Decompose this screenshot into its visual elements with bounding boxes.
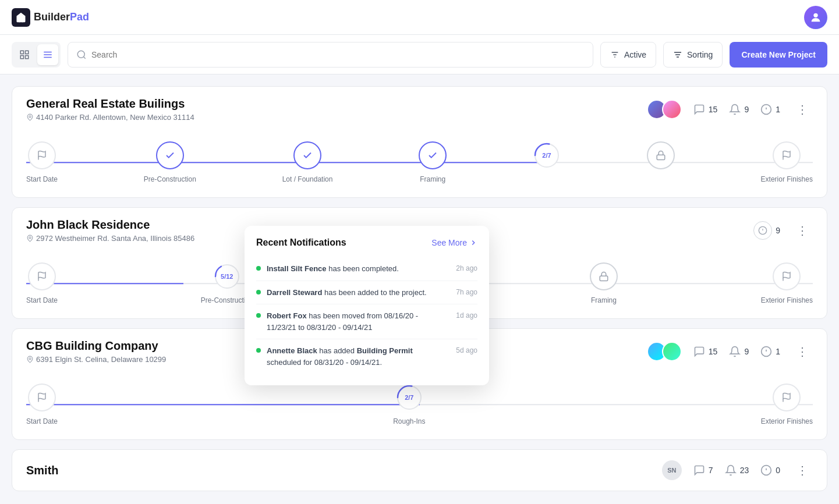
step-in-progress: 2/7 [533, 141, 561, 183]
project-header-right-smith: SN 7 23 0 [662, 460, 813, 480]
step-locked [647, 141, 675, 183]
search-icon [76, 49, 87, 60]
project-info-cbg: CBG Building Company 6391 Elgin St. Celi… [26, 339, 166, 364]
filter-icon [610, 50, 619, 59]
step-start-cbg: Start Date [26, 384, 58, 425]
search-bar [68, 42, 593, 68]
notif-bold-2: Darrell Steward [267, 288, 322, 297]
project-info: General Real Estate Builings 4140 Parker… [26, 97, 194, 122]
step-circle-exterior [773, 141, 801, 169]
svg-point-31 [29, 358, 31, 360]
logo: BuilderPad [12, 8, 89, 27]
flag-icon [37, 150, 47, 161]
notif-text-4b: scheduled for 08/31/20 - 09/14/21. [267, 358, 382, 367]
step-exterior-finishes: Exterior Finishes [761, 141, 813, 183]
alert-circle [753, 221, 772, 240]
search-input[interactable] [91, 50, 585, 59]
step-circle-pre-construction [156, 141, 184, 169]
grid-view-button[interactable] [14, 44, 35, 65]
see-more-button[interactable]: See More [431, 238, 477, 247]
comments-stat-cbg: 15 [693, 346, 718, 357]
svg-point-8 [77, 51, 84, 58]
notification-header: Recent Notifications See More [256, 237, 477, 248]
notif-text-1: has been completed. [328, 264, 399, 273]
alert-icon [758, 226, 767, 235]
step-label-exterior: Exterior Finishes [761, 175, 813, 183]
project-header-smith: Smith SN 7 23 [12, 450, 827, 491]
notif-bold-4: Annette Black [267, 346, 317, 355]
comments-count: 15 [709, 105, 718, 114]
flag-icon [781, 271, 792, 282]
project-info-smith: Smith [26, 464, 59, 477]
alerts-stat: 1 [760, 104, 780, 115]
sorting-button[interactable]: Sorting [663, 42, 723, 68]
progress-text-cbg: 2/7 [405, 394, 413, 401]
location-icon [26, 235, 34, 242]
comment-icon [693, 104, 705, 115]
project-card-general-real-estate: General Real Estate Builings 4140 Parker… [12, 86, 827, 198]
comments-count-cbg: 15 [709, 347, 718, 356]
step-framing: Framing [419, 141, 447, 183]
logo-text: BuilderPad [34, 11, 89, 23]
comments-count-smith: 7 [709, 466, 713, 475]
step-exterior-cbg: Exterior Finishes [761, 384, 813, 425]
project-more-button[interactable]: ⋮ [792, 100, 813, 119]
notification-title: Recent Notifications [256, 237, 346, 248]
project-header-right-john: 9 ⋮ [753, 221, 813, 240]
check-icon [165, 150, 175, 161]
step-label-lot-foundation: Lot / Foundation [282, 175, 333, 183]
notification-dot [256, 290, 261, 294]
project-more-button-smith[interactable]: ⋮ [792, 461, 813, 480]
step-circle-start-john [28, 262, 56, 290]
notif-time-4: 5d ago [449, 345, 477, 368]
notifications-count-cbg: 9 [744, 347, 749, 356]
notification-item-1: Install Silt Fence has been completed. 2… [256, 257, 477, 281]
notif-time-2: 7h ago [449, 287, 477, 299]
view-toggle [12, 42, 61, 68]
lock-icon [599, 271, 609, 282]
svg-rect-4 [26, 55, 29, 58]
active-filter-label: Active [624, 50, 646, 59]
step-label-start: Start Date [26, 175, 58, 183]
notif-text-2: has been added to the project. [324, 288, 427, 297]
project-name-john: John Black Residence [26, 218, 194, 232]
project-header-right-cbg: 15 9 1 ⋮ [647, 342, 813, 361]
step-lot-foundation: Lot / Foundation [282, 141, 333, 183]
avatar [662, 342, 682, 361]
flag-icon [781, 150, 792, 161]
flag-icon [37, 392, 47, 403]
alert-icon [760, 464, 772, 476]
project-card-smith: Smith SN 7 23 [12, 449, 827, 491]
alert-icon [760, 346, 772, 357]
create-project-button[interactable]: Create New Project [730, 42, 827, 68]
lock-icon [656, 150, 666, 161]
timeline-steps: Start Date Pre-Construction [26, 141, 813, 183]
comment-icon [693, 346, 705, 357]
notifications-count-smith: 23 [740, 466, 749, 475]
main-content: General Real Estate Builings 4140 Parker… [0, 74, 839, 503]
step-start-john: Start Date [26, 262, 58, 304]
step-pre-construction: Pre-Construction [144, 141, 196, 183]
list-view-button[interactable] [37, 44, 58, 65]
project-header-right: 15 9 1 ⋮ [647, 100, 813, 119]
step-label-framing: Framing [420, 175, 445, 183]
notif-bold-4b: Building Permit [357, 346, 413, 355]
notif-time-1: 2h ago [449, 263, 477, 275]
alert-icon [760, 104, 772, 115]
project-address-john: 2972 Westheimer Rd. Santa Ana, Illinois … [26, 234, 194, 243]
project-more-button-john[interactable]: ⋮ [792, 221, 813, 240]
project-name: General Real Estate Builings [26, 97, 194, 111]
alerts-count-smith: 0 [776, 466, 780, 475]
svg-rect-1 [20, 51, 23, 54]
project-more-button-cbg[interactable]: ⋮ [792, 342, 813, 361]
svg-point-0 [813, 13, 817, 17]
active-filter-button[interactable]: Active [600, 42, 656, 68]
user-avatar[interactable] [804, 6, 827, 29]
notification-item-2: Darrell Steward has been added to the pr… [256, 281, 477, 305]
alerts-stat-smith: 0 [760, 464, 780, 476]
comment-icon [693, 464, 705, 476]
comments-stat-smith: 7 [693, 464, 713, 476]
step-circle-start [28, 141, 56, 169]
alerts-stat-cbg: 1 [760, 346, 780, 357]
notifications-stat-smith: 23 [725, 464, 749, 476]
